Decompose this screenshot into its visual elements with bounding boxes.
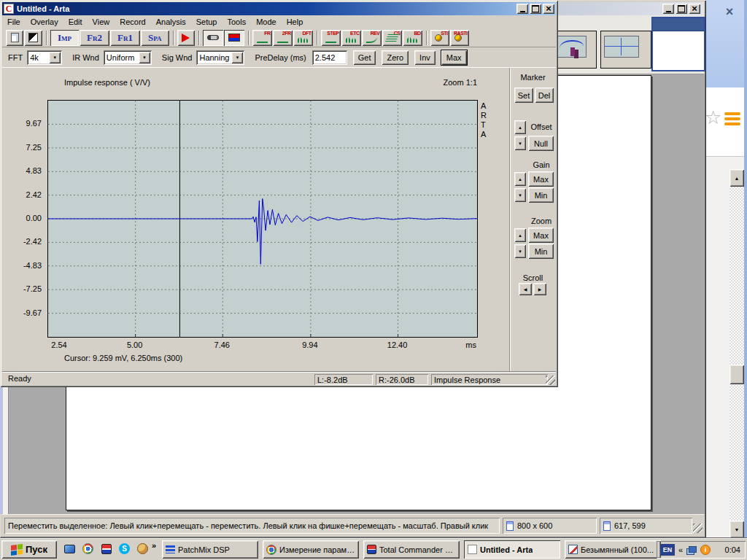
- sti-button[interactable]: STI: [430, 30, 449, 46]
- overflow-chevron[interactable]: »: [152, 541, 156, 550]
- signal-window-select[interactable]: Hanning ▼: [196, 50, 244, 65]
- zoom-up-button[interactable]: [514, 228, 526, 242]
- browser-menu-icon[interactable]: [724, 112, 740, 128]
- tray-collapse-chevron[interactable]: «: [678, 545, 683, 554]
- menu-item[interactable]: Analysis: [151, 16, 191, 28]
- step-button[interactable]: STEP: [321, 30, 341, 46]
- etc-button[interactable]: ETC: [341, 30, 361, 46]
- bookmark-star-icon[interactable]: ☆: [705, 106, 721, 129]
- minimize-button[interactable]: [662, 4, 674, 14]
- arta-titlebar[interactable]: C Untitled - Arta: [2, 2, 556, 15]
- zero-button[interactable]: Zero: [382, 50, 409, 65]
- maximize-button[interactable]: [530, 4, 541, 14]
- thumbnail-2[interactable]: [600, 31, 651, 69]
- skype-icon[interactable]: S: [117, 542, 131, 556]
- spa-mode-button[interactable]: Spa: [141, 30, 169, 46]
- cs-button[interactable]: CS: [382, 30, 402, 46]
- scroll-down-button[interactable]: ▼: [729, 521, 744, 538]
- menu-item[interactable]: Overlay: [26, 16, 63, 28]
- network-icon[interactable]: [686, 546, 697, 554]
- chevron-down-icon[interactable]: ▼: [49, 52, 61, 63]
- rev-button[interactable]: REV: [362, 30, 382, 46]
- task-chrome[interactable]: Измерение параме...: [263, 540, 359, 559]
- x-axis-labels: ms 2.545.007.469.9412.40: [47, 341, 478, 351]
- zoom-down-button[interactable]: [514, 244, 526, 258]
- menu-item[interactable]: Setup: [191, 16, 222, 28]
- total-commander-icon[interactable]: [99, 542, 113, 556]
- marker-set-button[interactable]: Set: [514, 88, 533, 103]
- scroll-right-button[interactable]: [533, 283, 546, 295]
- zoom-min-button[interactable]: Min: [528, 244, 554, 259]
- generator-button[interactable]: [224, 30, 244, 46]
- microphone-button[interactable]: [203, 30, 223, 46]
- chrome-icon[interactable]: [81, 542, 95, 556]
- chevron-down-icon[interactable]: ▼: [231, 52, 243, 63]
- close-button[interactable]: [689, 4, 700, 14]
- inv-button[interactable]: Inv: [414, 50, 436, 65]
- record-button[interactable]: [177, 30, 195, 46]
- max-button[interactable]: Max: [441, 50, 467, 65]
- menu-item[interactable]: Edit: [63, 16, 88, 28]
- menu-item[interactable]: Mode: [251, 16, 282, 28]
- task-paint[interactable]: Безымянный (100...: [565, 540, 661, 559]
- toolbar-separator: [198, 31, 200, 45]
- y-tick-label: 2.42: [8, 190, 42, 199]
- toolbar-button-text: Spa: [145, 34, 165, 42]
- fr1-mode-button[interactable]: Fr1: [110, 30, 140, 46]
- offset-down-button[interactable]: [514, 136, 526, 150]
- predelay-input[interactable]: 2.542: [312, 50, 347, 65]
- show-desktop-icon[interactable]: [63, 542, 77, 556]
- gain-min-button[interactable]: Min: [528, 187, 554, 203]
- start-button[interactable]: Пуск: [1, 540, 57, 559]
- fr-button[interactable]: FR: [252, 30, 272, 46]
- resize-grip[interactable]: [546, 376, 555, 385]
- scroll-left-button[interactable]: [519, 283, 532, 295]
- gain-max-button[interactable]: Max: [528, 171, 554, 187]
- minimize-button[interactable]: [516, 4, 528, 14]
- offset-null-button[interactable]: Null: [528, 136, 554, 151]
- maximize-button[interactable]: [676, 4, 687, 14]
- gain-up-button[interactable]: [514, 172, 526, 186]
- menu-item[interactable]: Help: [282, 16, 309, 28]
- scroll-up-button[interactable]: ▲: [729, 169, 744, 187]
- dft-button[interactable]: DFT: [293, 30, 313, 46]
- new-file-button[interactable]: [6, 30, 23, 46]
- scrollbar-track[interactable]: [729, 187, 744, 521]
- close-button[interactable]: [543, 4, 554, 14]
- close-icon[interactable]: ×: [718, 3, 741, 20]
- rasti-button[interactable]: RASTI: [450, 30, 469, 46]
- plot-box[interactable]: [47, 100, 478, 338]
- get-button[interactable]: Get: [353, 50, 376, 65]
- task-total-commander[interactable]: Total Commander 5...: [363, 540, 460, 559]
- thumbnail-1[interactable]: [554, 31, 597, 69]
- marker-del-button[interactable]: Del: [535, 88, 554, 103]
- task-patchmix[interactable]: PatchMix DSP: [162, 540, 258, 559]
- toolbar-separator: [426, 31, 427, 45]
- scrollbar-thumb[interactable]: [729, 365, 744, 384]
- menu-item[interactable]: File: [2, 16, 26, 28]
- resize-grip[interactable]: [693, 524, 703, 533]
- language-indicator[interactable]: EN: [660, 544, 675, 556]
- update-notification-icon[interactable]: i: [700, 545, 711, 555]
- taskbar: Пуск S: [0, 538, 747, 560]
- zoom-max-button[interactable]: Max: [528, 228, 554, 243]
- menu-item[interactable]: View: [88, 16, 115, 28]
- patchmix-icon: [166, 545, 175, 553]
- invert-colors-button[interactable]: [24, 30, 42, 46]
- ir-window-select[interactable]: Uniform ▼: [104, 50, 152, 65]
- impulse-mode-button[interactable]: Imp: [50, 30, 79, 46]
- menu-item[interactable]: Record: [115, 16, 150, 28]
- menu-item[interactable]: Tools: [222, 16, 251, 28]
- fr2-mode-button[interactable]: Fr2: [80, 30, 109, 46]
- bd-button[interactable]: BD: [403, 30, 422, 46]
- curve-icon: [257, 37, 268, 43]
- offset-up-button[interactable]: [514, 120, 526, 134]
- fft-size-select[interactable]: 4k ▼: [27, 50, 62, 65]
- task-arta[interactable]: Untitled - Arta: [464, 540, 560, 559]
- thumbnail-3-selected[interactable]: [651, 17, 705, 71]
- gain-down-button[interactable]: [514, 188, 526, 202]
- bat-icon[interactable]: [136, 542, 150, 556]
- chevron-down-icon[interactable]: ▼: [139, 52, 150, 63]
- fft-label: FFT: [8, 53, 23, 62]
- 2fr-button[interactable]: 2FR: [273, 30, 293, 46]
